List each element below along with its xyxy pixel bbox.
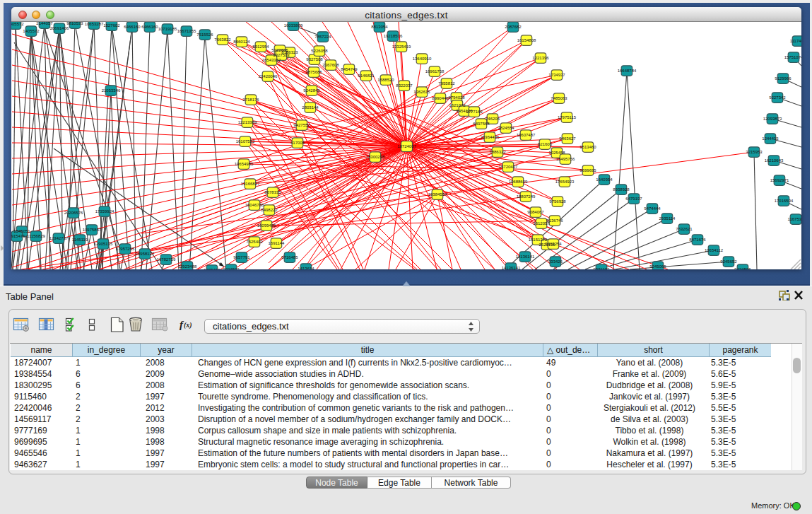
svg-text:12093873: 12093873 [763, 117, 782, 121]
svg-text:12213389: 12213389 [238, 120, 257, 124]
svg-text:8322037: 8322037 [396, 83, 413, 88]
svg-text:9657791: 9657791 [233, 255, 250, 259]
svg-text:7625402: 7625402 [246, 240, 263, 244]
svg-text:7955812: 7955812 [438, 81, 455, 86]
svg-text:8990445: 8990445 [432, 96, 449, 100]
svg-text:1145119: 1145119 [72, 238, 88, 242]
svg-text:9242845: 9242845 [303, 88, 320, 93]
svg-text:18724007: 18724007 [397, 144, 416, 148]
svg-text:15692971: 15692971 [770, 178, 789, 182]
svg-text:1405572: 1405572 [23, 29, 40, 33]
svg-text:11156829: 11156829 [27, 234, 45, 238]
svg-text:17975115: 17975115 [558, 115, 577, 119]
svg-text:10719185: 10719185 [158, 27, 177, 31]
svg-text:2935114: 2935114 [659, 216, 676, 221]
svg-text:8813054: 8813054 [371, 25, 388, 29]
svg-text:933426: 933426 [548, 259, 563, 264]
svg-text:9129966: 9129966 [775, 76, 792, 81]
svg-text:9424506: 9424506 [734, 267, 751, 269]
svg-text:16671355: 16671355 [177, 29, 196, 33]
svg-text:19218506: 19218506 [384, 34, 403, 38]
svg-text:8660124: 8660124 [233, 40, 250, 44]
svg-text:1025413: 1025413 [204, 268, 220, 269]
svg-text:20691406: 20691406 [50, 26, 69, 30]
svg-text:1640954: 1640954 [596, 177, 613, 182]
svg-text:6479197: 6479197 [625, 197, 642, 201]
svg-text:9245065: 9245065 [649, 264, 666, 269]
svg-text:3215953: 3215953 [746, 150, 763, 154]
svg-text:5716485: 5716485 [281, 255, 298, 259]
svg-text:7485063: 7485063 [551, 96, 567, 100]
svg-text:7857224: 7857224 [314, 35, 331, 39]
svg-text:15720407: 15720407 [499, 165, 518, 169]
svg-text:8938928: 8938928 [613, 187, 630, 192]
svg-text:1025458: 1025458 [548, 151, 565, 155]
svg-text:9463254: 9463254 [545, 242, 562, 246]
svg-text:1734937: 1734937 [548, 73, 565, 77]
svg-text:1621072: 1621072 [449, 103, 466, 107]
svg-text:6497568: 6497568 [473, 122, 490, 126]
svg-text:19384554: 19384554 [428, 192, 447, 197]
svg-text:9227342: 9227342 [769, 95, 786, 100]
svg-text:13325419: 13325419 [392, 45, 411, 49]
svg-text:6466160: 6466160 [141, 25, 158, 29]
svg-text:19654985: 19654985 [235, 162, 254, 166]
svg-text:9024502: 9024502 [223, 267, 240, 269]
svg-text:17016504: 17016504 [775, 199, 794, 203]
svg-text:9327503: 9327503 [273, 53, 290, 57]
svg-text:8498222: 8498222 [261, 208, 278, 212]
svg-text:1221396: 1221396 [532, 56, 549, 60]
svg-text:10975867: 10975867 [83, 228, 102, 232]
svg-text:16033809: 16033809 [284, 23, 303, 28]
svg-text:18300295: 18300295 [366, 155, 385, 159]
svg-text:20206576: 20206576 [64, 211, 83, 215]
svg-text:1117403: 1117403 [790, 39, 801, 43]
svg-text:13640910: 13640910 [413, 57, 432, 61]
svg-text:9699695: 9699695 [579, 168, 596, 173]
svg-text:9327508: 9327508 [306, 57, 323, 62]
svg-text:10653287: 10653287 [85, 22, 104, 26]
svg-text:8454749: 8454749 [341, 67, 358, 71]
svg-text:16107552: 16107552 [236, 139, 255, 144]
svg-text:9245652: 9245652 [720, 259, 737, 264]
svg-text:7886322: 7886322 [489, 150, 506, 154]
svg-text:6794028: 6794028 [448, 95, 465, 100]
svg-text:1413614: 1413614 [298, 267, 314, 269]
svg-text:1691144: 1691144 [269, 241, 286, 245]
svg-text:2718176: 2718176 [242, 98, 259, 102]
svg-text:8471676: 8471676 [689, 238, 706, 242]
svg-text:16961758: 16961758 [425, 69, 445, 74]
svg-text:16782759: 16782759 [157, 257, 176, 262]
svg-text:1527602: 1527602 [103, 23, 120, 28]
svg-text:12905135: 12905135 [94, 242, 113, 246]
svg-text:2087682: 2087682 [505, 25, 522, 29]
svg-text:10607487: 10607487 [517, 133, 536, 137]
svg-text:3915471: 3915471 [11, 234, 25, 238]
svg-text:16154808: 16154808 [517, 38, 536, 42]
svg-text:10688609: 10688609 [509, 180, 528, 184]
svg-text:3824554: 3824554 [498, 126, 514, 130]
svg-text:3875685: 3875685 [305, 70, 322, 74]
svg-text:7663822: 7663822 [214, 37, 231, 42]
svg-text:16099489: 16099489 [257, 223, 276, 228]
svg-text:15495756: 15495756 [556, 157, 575, 161]
svg-text:1244415: 1244415 [762, 136, 779, 141]
svg-text:9136746: 9136746 [546, 218, 563, 223]
svg-text:9463627: 9463627 [559, 136, 576, 141]
svg-text:1588520: 1588520 [377, 78, 394, 82]
svg-text:2144057: 2144057 [36, 22, 53, 25]
svg-text:10654112: 10654112 [705, 248, 724, 252]
svg-text:21053346: 21053346 [102, 88, 121, 93]
svg-text:1545051: 1545051 [13, 229, 30, 233]
svg-text:16046788: 16046788 [245, 203, 264, 207]
svg-text:5226058: 5226058 [311, 49, 328, 53]
svg-text:16648784: 16648784 [618, 69, 637, 73]
svg-text:12342737: 12342737 [49, 236, 69, 240]
svg-text:19166827: 19166827 [241, 182, 260, 186]
svg-text:2367608: 2367608 [322, 63, 339, 67]
svg-text:7515526: 7515526 [196, 33, 213, 37]
svg-text:621606: 621606 [538, 142, 553, 146]
svg-text:15751074: 15751074 [784, 55, 801, 59]
svg-text:7632621: 7632621 [676, 227, 693, 231]
svg-text:9474444: 9474444 [644, 206, 661, 211]
